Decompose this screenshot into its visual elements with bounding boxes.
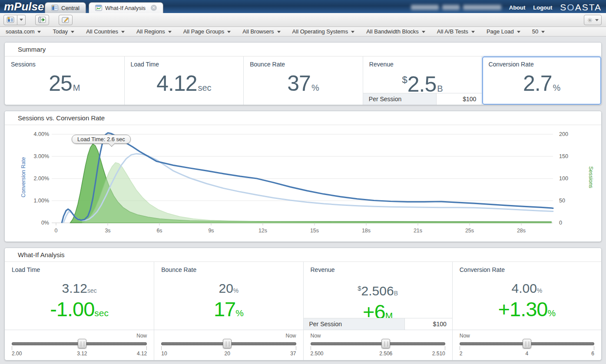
chevron-down-icon <box>517 31 520 33</box>
mpulse-logo: mPulse <box>4 0 44 13</box>
whatif-conversionrate-current: 4.00% <box>460 281 594 298</box>
tab-whatif-label: What-If Analysis <box>105 5 146 11</box>
svg-text:0: 0 <box>55 228 58 234</box>
chart-panel: Sessions vs. Conversion Rate 03s6s9s12s1… <box>4 111 602 242</box>
svg-text:3s: 3s <box>105 228 110 234</box>
tab-whatif-analysis[interactable]: What-If Analysis ✕ <box>89 2 163 13</box>
revenue-slider[interactable]: Now 2.500 2.506 2.510 <box>303 330 452 360</box>
chart-tooltip: Load Time: 2.6 sec <box>72 135 131 144</box>
svg-text:0: 0 <box>559 220 562 226</box>
chevron-down-icon <box>277 31 281 33</box>
slider-handle[interactable] <box>381 339 390 348</box>
filter-today[interactable]: Today <box>53 28 74 35</box>
dashboard-menu-button[interactable] <box>3 15 17 25</box>
whatif-card-conversionrate: Conversion Rate 4.00% +1.30% <box>452 262 601 330</box>
filter-soasta-com[interactable]: soasta.com <box>6 28 41 35</box>
per-session-value[interactable]: $100 <box>405 318 452 330</box>
svg-text:21s: 21s <box>414 228 422 234</box>
chevron-down-icon <box>541 31 545 33</box>
bouncerate-slider[interactable]: Now 10 20 37 <box>154 330 303 360</box>
whatif-panel: What-If Analysis Load Time 3.12sec -1.00… <box>4 248 602 361</box>
filter-page-load[interactable]: Page Load <box>487 28 520 35</box>
logout-link[interactable]: Logout <box>533 4 552 11</box>
svg-text:2.00%: 2.00% <box>34 175 49 182</box>
edit-pencil-icon <box>62 17 70 23</box>
whatif-title: What-If Analysis <box>5 248 601 262</box>
per-session-value[interactable]: $100 <box>437 93 482 105</box>
svg-text:28s: 28s <box>517 228 526 234</box>
slider-track[interactable] <box>460 342 594 345</box>
svg-text:0%: 0% <box>41 220 49 226</box>
svg-text:3.00%: 3.00% <box>34 153 49 159</box>
filter-all-bandwidth-blocks[interactable]: All Bandwidth Blocks <box>366 28 425 35</box>
central-tab-icon <box>51 5 58 11</box>
filter-bar: soasta.comTodayAll CountriesAll RegionsA… <box>0 27 606 36</box>
per-session-label: Per Session <box>363 93 437 105</box>
settings-button[interactable]: ✳ <box>584 15 602 25</box>
svg-text:1.00%: 1.00% <box>34 198 49 204</box>
now-label: Now <box>136 333 147 339</box>
filter-all-countries[interactable]: All Countries <box>86 28 125 35</box>
per-session-row: Per Session $100 <box>304 318 452 330</box>
slider-handle[interactable] <box>78 339 86 348</box>
svg-text:6s: 6s <box>156 228 162 234</box>
right-axis-title: Sessions <box>588 166 594 189</box>
filter-all-regions[interactable]: All Regions <box>136 28 172 35</box>
bouncerate-value: 37% <box>250 71 357 100</box>
now-label: Now <box>285 333 296 339</box>
loadtime-value: 4.12sec <box>131 71 238 100</box>
svg-text:9s: 9s <box>208 228 214 234</box>
conversionrate-slider[interactable]: Now 2 4 6 <box>452 330 601 360</box>
whatif-bouncerate-delta: 17% <box>161 298 296 324</box>
slider-handle[interactable] <box>523 339 531 348</box>
per-session-label: Per Session <box>304 318 405 330</box>
chevron-down-icon <box>351 31 354 33</box>
svg-text:15s: 15s <box>310 228 319 234</box>
whatif-conversionrate-delta: +1.30% <box>460 298 594 324</box>
tab-central[interactable]: Central <box>45 2 86 13</box>
toolbar: ✳ <box>0 13 606 27</box>
svg-text:18s: 18s <box>362 228 371 234</box>
now-label: Now <box>311 333 321 339</box>
filter-all-operating-systems[interactable]: All Operating Systems <box>292 28 355 35</box>
user-area: About Logout SOASTA <box>411 2 602 13</box>
chart-area[interactable]: 03s6s9s12s15s18s21s25s28s0%1.00%2.00%3.0… <box>5 125 601 242</box>
sessions-value: 25M <box>11 71 118 100</box>
filter-all-page-groups[interactable]: All Page Groups <box>183 28 231 35</box>
svg-text:150: 150 <box>559 153 568 159</box>
summary-title: Summary <box>5 43 601 56</box>
panel-arrow-icon <box>38 17 46 23</box>
summary-card-loadtime: Load Time 4.12sec <box>124 56 244 105</box>
svg-text:25s: 25s <box>465 228 474 234</box>
open-panel-button[interactable] <box>35 15 49 25</box>
filter-all-browsers[interactable]: All Browsers <box>242 28 280 35</box>
edit-dashboard-button[interactable] <box>59 15 73 25</box>
slider-track[interactable] <box>12 342 147 345</box>
chevron-down-icon <box>168 31 172 33</box>
left-axis-title: Conversion Rate <box>20 157 26 197</box>
about-link[interactable]: About <box>509 4 526 11</box>
close-tab-icon[interactable]: ✕ <box>151 5 157 11</box>
dashboard-menu-arrow[interactable] <box>17 15 26 25</box>
whatif-tab-icon <box>95 5 102 11</box>
whatif-revenue-current: $2.506B <box>311 281 445 301</box>
slider-track[interactable] <box>161 342 296 345</box>
chevron-down-icon <box>422 31 425 33</box>
slider-handle[interactable] <box>223 339 232 348</box>
chevron-down-icon <box>595 19 599 21</box>
chevron-down-icon <box>37 31 41 33</box>
summary-card-sessions: Sessions 25M <box>5 56 124 105</box>
loadtime-slider[interactable]: Now 2.00 3.12 4.12 <box>5 330 154 360</box>
slider-track[interactable] <box>311 342 445 345</box>
filter-50[interactable]: 50 <box>532 28 545 35</box>
tab-central-label: Central <box>61 5 79 11</box>
per-session-row: Per Session $100 <box>363 93 482 105</box>
svg-text:12s: 12s <box>258 228 267 234</box>
summary-card-conversionrate-selected[interactable]: Conversion Rate 2.7% <box>482 56 601 105</box>
filter-all-a-b-tests[interactable]: All A/B Tests <box>437 28 475 35</box>
whatif-card-bouncerate: Bounce Rate 20% 17% <box>154 262 303 330</box>
chart-title: Sessions vs. Conversion Rate <box>5 111 601 125</box>
summary-card-bouncerate: Bounce Rate 37% <box>243 56 363 105</box>
redacted-username <box>411 5 501 10</box>
svg-text:200: 200 <box>559 131 568 137</box>
